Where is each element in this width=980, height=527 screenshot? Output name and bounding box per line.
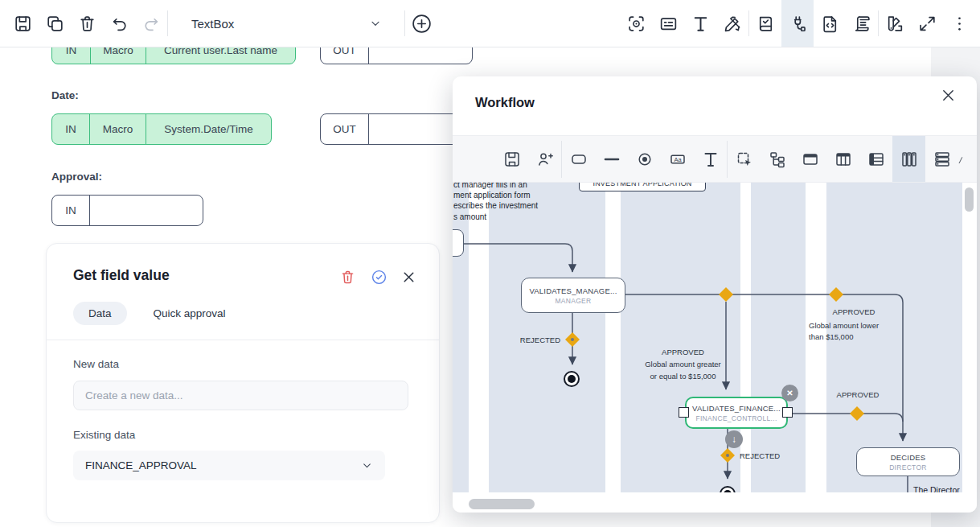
top-toolbar: TextBox: [0, 0, 980, 47]
fullscreen-button[interactable]: [911, 5, 943, 42]
add-step-below-badge[interactable]: ↓: [725, 430, 743, 448]
get-field-value-card: Get field value Data Quick approval New …: [46, 243, 440, 523]
line-icon: [602, 150, 621, 169]
preview-button[interactable]: [620, 5, 652, 42]
copy-icon: [45, 14, 65, 34]
existing-data-value: FINANCE_APPROVAL: [85, 459, 361, 471]
end-events: [564, 372, 735, 492]
duplicate-button[interactable]: [39, 5, 71, 42]
shape-line-button[interactable]: [595, 141, 628, 178]
save-workflow-button[interactable]: [495, 141, 528, 178]
label-approved-finance: APPROVED: [821, 389, 895, 401]
out-tag: OUT: [321, 114, 369, 144]
plus-circle-icon: [412, 14, 432, 34]
svg-text:Aa: Aa: [674, 155, 682, 163]
text-icon: [701, 150, 720, 169]
trash-icon: [77, 14, 97, 34]
delete-node-badge[interactable]: ✕: [781, 385, 798, 401]
add-actor-button[interactable]: [528, 141, 561, 178]
save-icon: [13, 14, 33, 34]
close-icon: [940, 87, 957, 104]
tab-data[interactable]: Data: [73, 302, 127, 325]
validation-button[interactable]: [749, 5, 781, 42]
tab-quick-approval[interactable]: Quick approval: [138, 302, 241, 325]
new-data-input[interactable]: [73, 381, 408, 410]
add-element-button[interactable]: [405, 5, 437, 42]
pencil-ruler-icon: [723, 14, 743, 34]
label-approved-greater: APPROVED Global amount greater or equal …: [633, 346, 733, 382]
gateway-diamond: [719, 287, 733, 302]
in-tag: IN: [52, 196, 90, 225]
close-card-button[interactable]: [399, 267, 418, 286]
text-tool-button[interactable]: [694, 141, 727, 178]
code-file-button[interactable]: [814, 5, 846, 42]
swimlane-columns-button[interactable]: [892, 135, 925, 183]
macro-tag: Macro: [90, 114, 146, 144]
confirm-button[interactable]: [369, 267, 388, 286]
eye-scan-icon: [626, 14, 646, 34]
label-rejected-finance: REJECTED: [740, 451, 780, 462]
delete-button[interactable]: [338, 267, 357, 286]
swatchbook-icon: [885, 14, 905, 34]
undo-button[interactable]: [103, 5, 135, 42]
swimlane-rows-button[interactable]: [925, 141, 958, 178]
org-chart-icon: [768, 150, 787, 169]
close-modal-button[interactable]: [937, 84, 959, 106]
hierarchy-button[interactable]: [761, 141, 793, 178]
chevron-down-icon: [361, 459, 373, 471]
element-type-select[interactable]: TextBox: [168, 0, 404, 47]
kebab-menu-icon: [949, 14, 970, 34]
selection-handle-right[interactable]: [782, 407, 793, 418]
node-validates-manager[interactable]: VALIDATES_MANAGE... MANAGER: [521, 278, 625, 313]
save-button[interactable]: [6, 5, 39, 42]
card-header-button[interactable]: [793, 141, 826, 178]
workflow-diagram[interactable]: ct manager fills in an ment application …: [453, 183, 977, 492]
table-columns-button[interactable]: [826, 141, 859, 178]
sidebar-layout-button[interactable]: [859, 141, 892, 178]
book-check-icon: [756, 14, 776, 34]
save-icon: [502, 150, 522, 169]
macro-value: System.Date/Time: [146, 114, 271, 144]
selection-handle-left[interactable]: [679, 407, 689, 418]
start-node-clipped[interactable]: [453, 229, 464, 257]
connections-button[interactable]: [781, 0, 814, 47]
existing-data-select[interactable]: FINANCE_APPROVAL: [73, 451, 385, 480]
gateway-diamond: [850, 406, 864, 421]
undo-icon: [109, 14, 129, 34]
theme-button[interactable]: [879, 5, 911, 42]
more-menu-button[interactable]: [943, 5, 975, 42]
annotation-note: ct manager fills in an ment application …: [453, 183, 538, 222]
expand-icon: [917, 14, 937, 34]
horizontal-scrollbar-thumb[interactable]: [469, 499, 535, 509]
card-topbar-icon: [801, 150, 820, 169]
text-tool-button[interactable]: [684, 5, 716, 42]
node-validates-finance[interactable]: VALIDATES_FINANCE... FINANCE_CONTROLL...: [685, 397, 788, 429]
label-approved-lower: APPROVED Global amount lower than $15,00…: [809, 307, 899, 343]
script-button[interactable]: [846, 5, 878, 42]
workflow-modal: Workflow Aa: [453, 76, 977, 513]
in-value: [90, 196, 203, 225]
rows-lanes-icon: [933, 150, 952, 169]
field-approval-in[interactable]: IN: [51, 195, 203, 226]
shape-end-event-button[interactable]: [628, 141, 661, 178]
shape-rectangle-button[interactable]: [562, 141, 595, 178]
label-tool-button[interactable]: Aa: [661, 141, 694, 178]
id-card-icon: [658, 14, 679, 34]
card-tabs: Data Quick approval: [73, 302, 241, 325]
delete-button[interactable]: [71, 5, 103, 42]
new-data-label: New data: [73, 358, 119, 370]
redo-button[interactable]: [135, 5, 167, 42]
card-title: Get field value: [73, 267, 170, 284]
approval-label: Approval:: [51, 171, 102, 183]
file-code-icon: [820, 14, 840, 34]
investment-application-node[interactable]: INVESTMENT APPLICATION: [579, 183, 706, 191]
node-decides[interactable]: DECIDES DIRECTOR: [856, 447, 960, 476]
clipped-tool-icon: [958, 141, 970, 178]
rounded-rect-icon: [569, 150, 588, 169]
lasso-select-button[interactable]: [728, 141, 761, 178]
vertical-scrollbar-thumb[interactable]: [965, 187, 974, 212]
field-date-in[interactable]: IN Macro System.Date/Time: [51, 113, 272, 145]
field-date-out[interactable]: OUT: [320, 113, 473, 145]
form-card-button[interactable]: [652, 5, 684, 42]
design-tools-button[interactable]: [716, 5, 748, 42]
